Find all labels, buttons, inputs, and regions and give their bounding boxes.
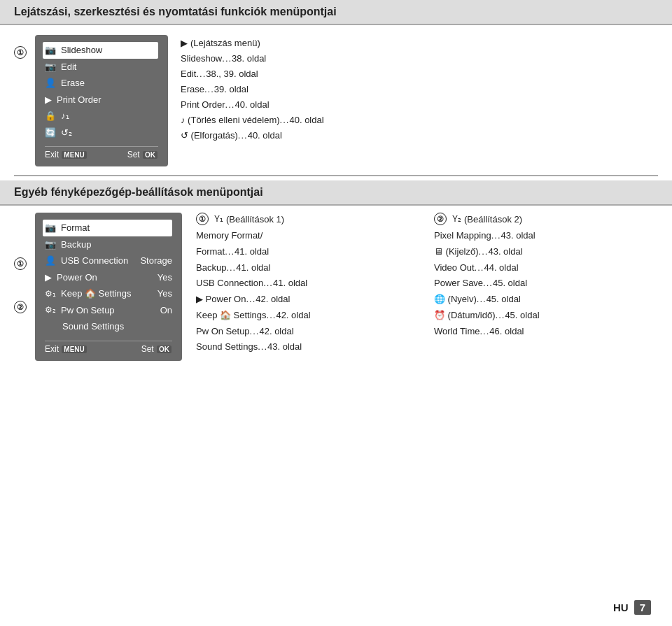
- bottom-menu-item-format[interactable]: 📷 Format: [43, 220, 172, 236]
- bottom-ref-col-2: ② Y₂ (Beállítások 2) Pixel Mapping...43.…: [434, 213, 658, 361]
- exit-label-b[interactable]: Exit MENU: [45, 344, 88, 354]
- top-side-labels: ①: [14, 35, 29, 166]
- bottom-ref-col-1: ① Y₁ (Beállítások 1) Memory Format/ Form…: [196, 213, 420, 361]
- col1-text: (Beállítások 1): [226, 214, 284, 225]
- set-label[interactable]: Set OK: [127, 150, 158, 159]
- col2-circle: ②: [434, 213, 447, 225]
- play-icon-intro: ▶: [181, 38, 188, 48]
- bottom-menu-item-poweron[interactable]: ▶ Power On Yes: [45, 269, 172, 286]
- list-item: ↺ (Elforgatás)...40. oldal: [181, 128, 658, 143]
- list-item: ⏰ (Dátum/idő)...45. oldal: [434, 308, 658, 324]
- play-icon-b: ▶: [45, 271, 52, 285]
- page-footer: HU 7: [613, 600, 651, 615]
- bottom-side-labels: ① ②: [14, 213, 29, 361]
- menu-key: MENU: [62, 151, 86, 159]
- col2-text: (Beállítások 2): [464, 214, 522, 225]
- top-menu-item-edit[interactable]: 📷 Edit: [45, 59, 158, 76]
- ok-key: OK: [143, 151, 158, 159]
- top-right-intro: ▶ (Lejátszás menü): [181, 38, 658, 48]
- bottom-left-area: ① ② 📷 Format 📷 Backup 👤 USB Connection S…: [14, 213, 182, 361]
- person-icon-b: 👤: [45, 254, 56, 268]
- list-item: Format...41. oldal: [196, 244, 420, 260]
- ok-key-b: OK: [157, 346, 172, 353]
- list-item: Pixel Mapping...43. oldal: [434, 228, 658, 244]
- top-panel-footer: Exit MENU Set OK: [45, 146, 158, 159]
- list-item: ▶ Power On...42. oldal: [196, 292, 420, 308]
- bottom-menu-item-soundsettings[interactable]: Sound Settings: [45, 318, 172, 335]
- bottom-menu-item-usb[interactable]: 👤 USB Connection Storage: [45, 252, 172, 269]
- menu-key-b: MENU: [62, 346, 86, 353]
- camera2-icon: 📷: [45, 60, 56, 74]
- camera-icon: 📷: [45, 43, 56, 57]
- bottom-right-content: ① Y₁ (Beállítások 1) Memory Format/ Form…: [196, 213, 658, 361]
- col1-icon: Y₁: [214, 214, 223, 224]
- list-item: Keep 🏠 Settings...42. oldal: [196, 308, 420, 324]
- bottom-circle-num-1: ①: [14, 257, 27, 270]
- list-item: Slideshow...38. oldal: [181, 51, 658, 66]
- col2-intro: ② Y₂ (Beállítások 2): [434, 213, 658, 225]
- bottom-section: ① ② 📷 Format 📷 Backup 👤 USB Connection S…: [0, 206, 672, 368]
- list-item: Sound Settings...43. oldal: [196, 339, 420, 355]
- col1-circle: ①: [196, 213, 209, 225]
- set-label-b[interactable]: Set OK: [141, 344, 172, 354]
- rotate-icon: 🔄: [45, 126, 56, 140]
- list-item: World Time...46. oldal: [434, 324, 658, 340]
- bottom-circle-num-2: ②: [14, 301, 27, 313]
- bottom-heading: Egyéb fényképezőgép-beállítások menüpont…: [0, 180, 672, 206]
- bottom-menu-item-backup[interactable]: 📷 Backup: [45, 236, 172, 253]
- col1-intro: ① Y₁ (Beállítások 1): [196, 213, 420, 225]
- list-item: Memory Format/: [196, 228, 420, 244]
- protect-icon: 🔒: [45, 109, 56, 123]
- camera2-icon-b: 📷: [45, 238, 56, 252]
- person-icon: 👤: [45, 76, 56, 90]
- list-item: 🖥 (Kijelző)...43. oldal: [434, 244, 658, 260]
- list-item: USB Connection...41. oldal: [196, 276, 420, 292]
- bottom-menu-item-pwonsetup[interactable]: ⚙₂ Pw On Setup On: [45, 302, 172, 319]
- top-menu-item-slideshow[interactable]: 📷 Slideshow: [43, 42, 158, 59]
- list-item: Power Save...45. oldal: [434, 276, 658, 292]
- top-menu-item-erase[interactable]: 👤 Erase: [45, 75, 158, 92]
- section-divider: [14, 175, 658, 176]
- top-circle-num: ①: [14, 46, 27, 59]
- top-ref-list: Slideshow...38. oldal Edit...38., 39. ol…: [181, 51, 658, 144]
- settings1-icon: ⚙₁: [45, 287, 56, 300]
- camera-icon-b: 📷: [45, 221, 56, 235]
- list-item: 🌐 (Nyelv)...45. oldal: [434, 292, 658, 308]
- col2-ref-list: Pixel Mapping...43. oldal 🖥 (Kijelző)...…: [434, 228, 658, 339]
- top-menu-item-printorder[interactable]: ▶ Print Order: [45, 92, 158, 108]
- lang-label: HU: [613, 602, 629, 613]
- list-item: Backup...41. oldal: [196, 260, 420, 276]
- top-right-content: ▶ (Lejátszás menü) Slideshow...38. oldal…: [174, 35, 658, 166]
- bottom-panel-footer: Exit MENU Set OK: [45, 341, 172, 354]
- list-item: ♪ (Törlés elleni védelem)...40. oldal: [181, 113, 658, 128]
- bottom-menu-item-keepsettings[interactable]: ⚙₁ Keep 🏠 Settings Yes: [45, 285, 172, 302]
- list-item: Erase...39. oldal: [181, 82, 658, 97]
- page-number: 7: [634, 600, 651, 615]
- top-heading: Lejátszási, szerkesztési és nyomtatási f…: [0, 0, 672, 25]
- list-item: Print Order...40. oldal: [181, 97, 658, 113]
- top-menu-item-rotate[interactable]: 🔄 ↺₂: [45, 125, 158, 141]
- top-menu-item-protect[interactable]: 🔒 ♪₁: [45, 108, 158, 125]
- exit-label[interactable]: Exit MENU: [45, 150, 88, 159]
- list-item: Edit...38., 39. oldal: [181, 66, 658, 82]
- play-icon: ▶: [45, 93, 52, 107]
- list-item: Video Out...44. oldal: [434, 260, 658, 276]
- col2-icon: Y₂: [452, 214, 461, 224]
- top-menu-panel: 📷 Slideshow 📷 Edit 👤 Erase ▶ Print Order…: [35, 35, 168, 166]
- col1-ref-list: Memory Format/ Format...41. oldal Backup…: [196, 228, 420, 355]
- settings2-icon: ⚙₂: [45, 304, 56, 316]
- list-item: Pw On Setup...42. oldal: [196, 324, 420, 340]
- bottom-menu-panel: 📷 Format 📷 Backup 👤 USB Connection Stora…: [35, 213, 182, 361]
